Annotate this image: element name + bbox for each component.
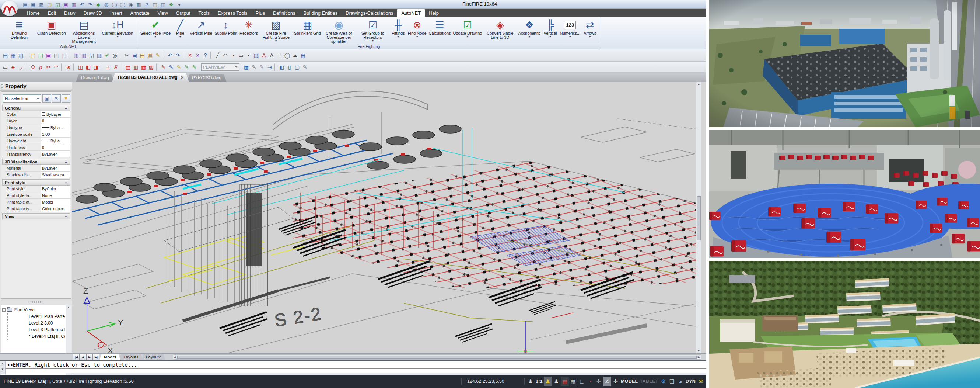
separator[interactable]: [183, 52, 185, 59]
qa-save-as-icon[interactable]: ▥: [70, 1, 78, 8]
create-fire-fighting-space-button[interactable]: ▨ Create Fire Fighting Space ▾: [259, 18, 293, 47]
separator[interactable]: [163, 52, 165, 59]
separator[interactable]: [101, 64, 103, 71]
qa-lens1-icon[interactable]: ◯: [111, 1, 118, 8]
pencil-red-icon[interactable]: ✎: [159, 63, 167, 71]
separator[interactable]: [26, 52, 28, 59]
room-icon[interactable]: Ω: [29, 63, 37, 71]
copy-icon[interactable]: ▣: [131, 51, 138, 59]
chevron-down-icon[interactable]: ▼: [1, 368, 4, 371]
section-header[interactable]: General▲: [2, 105, 70, 111]
polar-icon[interactable]: ◔: [586, 377, 594, 386]
arrows-button[interactable]: ⇄ Arrows ▾: [581, 18, 598, 47]
pencil-blue-icon[interactable]: ✎: [167, 63, 175, 71]
plan-view-item[interactable]: * Level:4 Etaj II, Cota +: [2, 333, 65, 340]
drawing-tab[interactable]: PYROISO.dwg: [187, 74, 227, 82]
separator[interactable]: [121, 64, 123, 71]
qa-save-bld-icon[interactable]: ▧: [38, 1, 45, 8]
preview-icon[interactable]: ◲: [88, 51, 95, 59]
property-value[interactable]: None: [41, 192, 70, 198]
next-layout-button[interactable]: ▶: [86, 354, 93, 360]
rectangle-icon[interactable]: ▭: [237, 51, 245, 59]
property-value[interactable]: ByLayer: [41, 165, 70, 171]
qa-save-drawing-icon[interactable]: ▣: [62, 1, 70, 8]
menu-item[interactable]: Output: [172, 9, 194, 18]
applications-layers-management-button[interactable]: ▤ Applications Layers Management: [67, 18, 101, 44]
property-value[interactable]: Color-depen...: [41, 206, 70, 212]
pencil-yellow-icon[interactable]: ✎: [175, 63, 183, 71]
update-drawing-button[interactable]: ☑ Update Drawing ▾: [452, 18, 484, 47]
viewport-left-icon[interactable]: ◧: [278, 63, 286, 71]
text-underline-icon[interactable]: A: [260, 51, 268, 59]
qa-print-icon[interactable]: ▥: [135, 1, 143, 8]
qa-customize-icon[interactable]: ▾: [175, 1, 183, 8]
purge-icon[interactable]: ✕: [194, 51, 202, 59]
property-value[interactable]: ByLa...: [41, 137, 70, 144]
acis-export-icon[interactable]: ◳: [60, 51, 68, 59]
rail2-icon[interactable]: ▥: [132, 63, 140, 71]
set-group-to-receptors-button[interactable]: ☑ Set Group to Receptors ▾: [356, 18, 390, 47]
select-pipe-type-button[interactable]: ✔ Select Pipe Type ▾: [139, 18, 172, 47]
menu-item[interactable]: Express Tools: [214, 9, 251, 18]
undo-icon[interactable]: ↶: [166, 51, 174, 59]
property-panel-header[interactable]: Property: [0, 82, 72, 91]
receptors-button[interactable]: ✳ Receptors: [239, 18, 259, 47]
qa-zoom-icon[interactable]: ◎: [102, 1, 110, 8]
section-header[interactable]: Print style▲: [2, 179, 70, 185]
current-elevation-button[interactable]: ↕H Current Elevation ▾: [101, 18, 134, 44]
separator[interactable]: [156, 64, 158, 71]
qa-export-icon[interactable]: ◳: [151, 1, 159, 8]
qa-osnap-icon[interactable]: ◆: [94, 1, 102, 8]
layout-tab[interactable]: Model: [99, 354, 121, 360]
annotation-person-icon[interactable]: ♟: [527, 377, 535, 386]
menu-item[interactable]: Draw 3D: [79, 9, 106, 18]
scrollbar-thumb[interactable]: [177, 356, 697, 359]
rail1-icon[interactable]: ▤: [124, 63, 132, 71]
qa-open-bld-icon[interactable]: ▦: [29, 1, 37, 8]
qa-new-bld-icon[interactable]: ▤: [21, 1, 29, 8]
osnap-icon[interactable]: ✛: [595, 377, 603, 386]
property-value[interactable]: ByColor: [41, 185, 70, 192]
mail-icon[interactable]: ✉: [697, 377, 705, 386]
cut-icon[interactable]: ✂: [123, 51, 131, 59]
property-value[interactable]: 1.00: [41, 131, 70, 137]
qa-undo-icon[interactable]: ↶: [78, 1, 86, 8]
erase-icon[interactable]: ✕: [186, 51, 194, 59]
revcloud-icon[interactable]: ☁: [291, 51, 299, 59]
annotation-scale-label[interactable]: 1:1: [535, 377, 543, 386]
arc-icon[interactable]: ◠: [221, 51, 229, 59]
sprinklers-grid-button[interactable]: ▦ Sprinklers Grid: [293, 18, 322, 47]
first-layout-button[interactable]: |◀: [73, 354, 80, 360]
bld-doc-icon[interactable]: ▧: [17, 51, 25, 59]
qa-redo-icon[interactable]: ↷: [86, 1, 94, 8]
selection-dropdown[interactable]: No selection: [3, 94, 41, 102]
menu-item[interactable]: Edit: [44, 9, 60, 18]
node-icon[interactable]: ρ: [37, 63, 45, 71]
last-layout-button[interactable]: ▶|: [93, 354, 99, 360]
circle-icon[interactable]: ◔: [229, 51, 237, 59]
numerics-button[interactable]: 123 Numerics... ▾: [559, 18, 582, 47]
find-binoculars-icon[interactable]: ◎: [111, 51, 119, 59]
otrack-icon[interactable]: ∠: [603, 377, 611, 386]
menu-item[interactable]: Tools: [194, 9, 214, 18]
arc-red-icon[interactable]: ◠: [52, 63, 60, 71]
fittings-button[interactable]: ╫ Fittings ▾: [390, 18, 407, 47]
plan-view-item[interactable]: Level:1 Plan Parter Co: [2, 313, 65, 320]
select-objects-icon[interactable]: ↖: [52, 94, 61, 102]
plan-view-item[interactable]: Level:2 3.00: [2, 320, 65, 326]
section-header[interactable]: View▲: [2, 213, 70, 219]
create-area-of-coverage-button[interactable]: ◉ Create Area of Coverage per sprinkler …: [322, 18, 356, 47]
menu-item[interactable]: Insert: [106, 9, 126, 18]
separator[interactable]: [73, 64, 76, 71]
wall-join2-icon[interactable]: ◧: [84, 63, 92, 71]
annotation-autoscale-icon[interactable]: ♟: [552, 377, 560, 386]
bld-new-icon[interactable]: ▤: [2, 51, 9, 59]
menu-item[interactable]: Building Entities: [299, 9, 342, 18]
separator[interactable]: [210, 52, 213, 59]
pencil-gray-icon[interactable]: ✎: [250, 63, 258, 71]
filter-icon[interactable]: ▼: [62, 94, 70, 102]
fillet-icon[interactable]: ◞: [17, 63, 25, 71]
ellipse-icon[interactable]: ◯: [283, 51, 291, 59]
command-input[interactable]: [6, 369, 705, 374]
target-icon[interactable]: ⊕: [64, 63, 72, 71]
